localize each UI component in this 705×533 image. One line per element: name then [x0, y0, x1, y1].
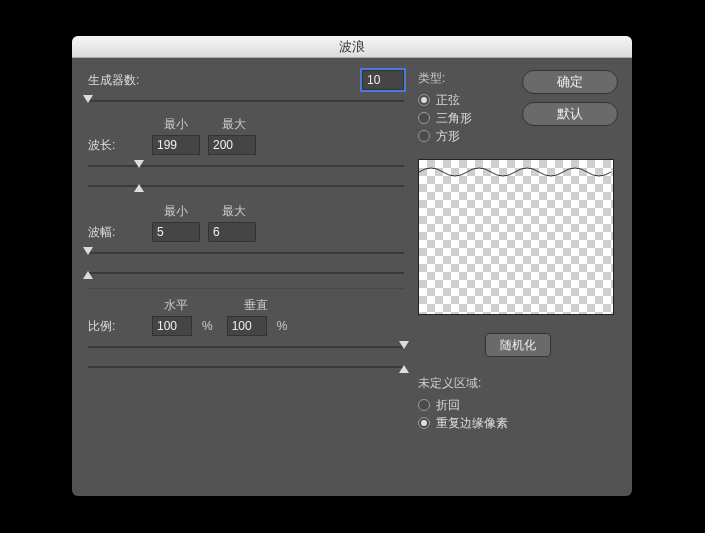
amplitude-min-input[interactable]	[152, 222, 200, 242]
wavelength-label: 波长:	[88, 137, 144, 154]
scale-h-input[interactable]	[152, 316, 192, 336]
type-option-sine[interactable]: 正弦	[418, 91, 510, 109]
col-min-label: 最小	[152, 116, 200, 133]
undefined-area-label: 未定义区域:	[418, 375, 618, 392]
ok-button[interactable]: 确定	[522, 70, 618, 94]
preview	[418, 159, 614, 315]
wavelength-max-slider[interactable]	[88, 179, 404, 193]
amplitude-label: 波幅:	[88, 224, 144, 241]
wavelength-max-input[interactable]	[208, 135, 256, 155]
generators-slider[interactable]	[88, 94, 404, 108]
type-option-label: 三角形	[436, 110, 472, 127]
right-pane: 类型: 正弦 三角形 方形 确定 默认	[418, 70, 618, 432]
undefined-option-repeat[interactable]: 重复边缘像素	[418, 414, 618, 432]
wavelength-min-slider[interactable]	[88, 159, 404, 173]
generators-label: 生成器数:	[88, 72, 144, 89]
radio-icon	[418, 112, 430, 124]
default-button[interactable]: 默认	[522, 102, 618, 126]
amplitude-max-slider[interactable]	[88, 266, 404, 280]
scale-v-label: 垂直	[232, 297, 280, 314]
col-max-label: 最大	[210, 203, 258, 220]
undefined-option-label: 折回	[436, 397, 460, 414]
scale-label: 比例:	[88, 318, 144, 335]
radio-icon	[418, 130, 430, 142]
scale-h-slider[interactable]	[88, 340, 404, 354]
col-max-label: 最大	[210, 116, 258, 133]
scale-v-input[interactable]	[227, 316, 267, 336]
undefined-option-wrap[interactable]: 折回	[418, 396, 618, 414]
amplitude-max-input[interactable]	[208, 222, 256, 242]
percent-label: %	[277, 319, 288, 333]
randomize-button[interactable]: 随机化	[485, 333, 551, 357]
window-title: 波浪	[339, 39, 365, 54]
type-option-label: 方形	[436, 128, 460, 145]
generators-input[interactable]	[362, 70, 404, 90]
scale-h-label: 水平	[152, 297, 200, 314]
type-option-label: 正弦	[436, 92, 460, 109]
scale-v-slider[interactable]	[88, 360, 404, 374]
radio-icon	[418, 94, 430, 106]
titlebar: 波浪	[72, 36, 632, 58]
wave-dialog: 波浪 生成器数: 最小 最大 波长:	[72, 36, 632, 496]
wave-preview-icon	[419, 162, 615, 182]
type-label: 类型:	[418, 70, 510, 87]
left-pane: 生成器数: 最小 最大 波长:	[88, 70, 404, 432]
type-option-square[interactable]: 方形	[418, 127, 510, 145]
radio-icon	[418, 399, 430, 411]
radio-icon	[418, 417, 430, 429]
undefined-option-label: 重复边缘像素	[436, 415, 508, 432]
amplitude-min-slider[interactable]	[88, 246, 404, 260]
percent-label: %	[202, 319, 213, 333]
type-option-triangle[interactable]: 三角形	[418, 109, 510, 127]
col-min-label: 最小	[152, 203, 200, 220]
wavelength-min-input[interactable]	[152, 135, 200, 155]
